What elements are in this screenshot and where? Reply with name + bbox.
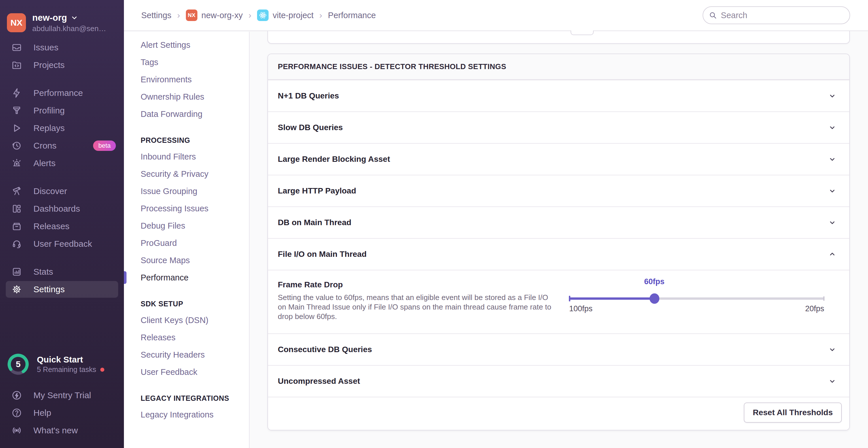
play-icon bbox=[11, 123, 22, 133]
accordion-row-uncompressed-asset[interactable]: Uncompressed Asset bbox=[268, 365, 849, 397]
breadcrumb-page: Performance bbox=[328, 11, 376, 20]
sidebar-item-settings[interactable]: Settings bbox=[0, 280, 124, 298]
slider-end-cap bbox=[823, 296, 825, 301]
org-badge: NX bbox=[186, 9, 197, 21]
settings-nav-item[interactable]: Client Keys (DSN) bbox=[124, 312, 249, 329]
settings-nav-item[interactable]: User Feedback bbox=[124, 364, 249, 381]
org-email: abdullah.khan@sen… bbox=[32, 24, 106, 33]
accordion-row-large-render-blocking-asset[interactable]: Large Render Blocking Asset bbox=[268, 143, 849, 175]
settings-nav-item[interactable]: Issue Grouping bbox=[124, 182, 249, 200]
chevron-down-icon bbox=[828, 186, 837, 195]
settings-nav-item[interactable]: Processing Issues bbox=[124, 200, 249, 217]
org-switcher[interactable]: NX new-org abdullah.khan@sen… bbox=[0, 0, 124, 37]
search-input[interactable] bbox=[721, 11, 844, 20]
sidebar-item-label: Profiling bbox=[33, 106, 65, 115]
sidebar-item-settings-pill: Settings bbox=[6, 281, 118, 298]
main-content: PERFORMANCE ISSUES - DETECTOR THRESHOLD … bbox=[250, 32, 868, 448]
profiling-icon bbox=[11, 105, 22, 116]
settings-nav-item[interactable]: Data Forwarding bbox=[124, 105, 249, 123]
chevron-down-icon bbox=[828, 218, 837, 227]
row-label: Uncompressed Asset bbox=[278, 377, 360, 386]
slider-value-label: 60fps bbox=[644, 277, 664, 286]
settings-nav-item[interactable]: Environments bbox=[124, 71, 249, 88]
sidebar-item-label: What's new bbox=[33, 425, 78, 435]
settings-nav: Alert Settings Tags Environments Ownersh… bbox=[124, 32, 250, 448]
lightning-circle-icon bbox=[11, 390, 22, 401]
settings-nav-item[interactable]: Alert Settings bbox=[124, 36, 249, 54]
chevron-down-icon bbox=[828, 92, 837, 100]
sidebar-item-dashboards[interactable]: Dashboards bbox=[0, 200, 124, 217]
sidebar-item-whats-new[interactable]: What's new bbox=[0, 421, 124, 439]
slider-fill bbox=[569, 298, 654, 300]
broadcast-icon bbox=[11, 425, 22, 436]
settings-nav-item[interactable]: Inbound Filters bbox=[124, 148, 249, 165]
gear-icon bbox=[11, 284, 22, 295]
settings-nav-item[interactable]: ProGuard bbox=[124, 234, 249, 252]
search-box[interactable] bbox=[703, 6, 850, 24]
sidebar-item-trial[interactable]: My Sentry Trial bbox=[0, 386, 124, 404]
chevron-down-icon bbox=[828, 155, 837, 164]
lightning-icon bbox=[11, 88, 22, 98]
sidebar-item-user-feedback[interactable]: User Feedback bbox=[0, 235, 124, 252]
slider-track[interactable] bbox=[569, 298, 824, 300]
sidebar-item-issues[interactable]: Issues bbox=[0, 39, 124, 56]
settings-nav-heading: SDK SETUP bbox=[124, 296, 249, 312]
archive-icon bbox=[11, 221, 22, 232]
settings-nav-item[interactable]: Legacy Integrations bbox=[124, 406, 249, 423]
sidebar-item-crons[interactable]: Crons beta bbox=[0, 137, 124, 154]
row-label: Large HTTP Payload bbox=[278, 186, 356, 196]
sidebar-item-alerts[interactable]: Alerts bbox=[0, 154, 124, 172]
collapse-tab[interactable] bbox=[570, 31, 594, 35]
headset-icon bbox=[11, 239, 22, 249]
frame-rate-drop-description: Setting the value to 60fps, means that a… bbox=[278, 293, 552, 321]
frame-rate-slider: 60fps 100fps 20fps bbox=[569, 270, 824, 334]
active-indicator-bar bbox=[124, 271, 126, 284]
accordion-row-db-on-main-thread[interactable]: DB on Main Thread bbox=[268, 206, 849, 238]
sidebar-item-projects[interactable]: Projects bbox=[0, 56, 124, 74]
sidebar-item-releases[interactable]: Releases bbox=[0, 217, 124, 235]
alert-dot bbox=[100, 368, 104, 372]
breadcrumb-settings[interactable]: Settings bbox=[141, 11, 172, 20]
stats-icon bbox=[11, 267, 22, 277]
settings-nav-item[interactable]: Tags bbox=[124, 54, 249, 71]
sidebar-item-performance[interactable]: Performance bbox=[0, 84, 124, 102]
settings-nav-item[interactable]: Source Maps bbox=[124, 252, 249, 269]
sidebar-item-discover[interactable]: Discover bbox=[0, 182, 124, 200]
previous-panel-cutoff bbox=[268, 31, 850, 44]
settings-nav-item[interactable]: Debug Files bbox=[124, 217, 249, 234]
settings-nav-item[interactable]: Releases bbox=[124, 329, 249, 346]
settings-nav-item-performance[interactable]: Performance bbox=[124, 269, 249, 286]
settings-nav-item[interactable]: Security & Privacy bbox=[124, 165, 249, 182]
row-label: Large Render Blocking Asset bbox=[278, 154, 390, 164]
row-label: File I/O on Main Thread bbox=[278, 250, 367, 259]
breadcrumb-org[interactable]: NX new-org-xy bbox=[186, 9, 243, 21]
settings-nav-item[interactable]: Security Headers bbox=[124, 346, 249, 364]
breadcrumb-org-label: new-org-xy bbox=[202, 11, 243, 20]
breadcrumb-project[interactable]: vite-project bbox=[257, 9, 314, 21]
sidebar-item-help[interactable]: Help bbox=[0, 404, 124, 421]
quick-start-title: Quick Start bbox=[37, 355, 104, 365]
slider-max-label: 20fps bbox=[805, 304, 824, 313]
sidebar-item-replays[interactable]: Replays bbox=[0, 119, 124, 137]
sidebar-item-profiling[interactable]: Profiling bbox=[0, 102, 124, 119]
slider-thumb[interactable] bbox=[650, 294, 659, 304]
row-label: Consecutive DB Queries bbox=[278, 345, 372, 354]
sidebar-item-label: Discover bbox=[33, 186, 67, 196]
accordion-row-large-http-payload[interactable]: Large HTTP Payload bbox=[268, 175, 849, 206]
settings-nav-item[interactable]: Ownership Rules bbox=[124, 88, 249, 105]
chevron-down-icon bbox=[828, 345, 837, 354]
accordion-row-slow-db-queries[interactable]: Slow DB Queries bbox=[268, 111, 849, 143]
react-project-icon bbox=[257, 9, 269, 21]
slider-min-label: 100fps bbox=[569, 304, 592, 313]
accordion-row-file-io-on-main-thread[interactable]: File I/O on Main Thread bbox=[268, 238, 849, 270]
sidebar-group-explore: Discover Dashboards Releases User Feedba… bbox=[0, 182, 124, 252]
chevron-down-icon bbox=[828, 377, 837, 385]
accordion-row-n1-db-queries[interactable]: N+1 DB Queries bbox=[268, 80, 849, 111]
quick-start[interactable]: 5 Quick Start 5 Remaining tasks bbox=[7, 353, 104, 375]
accordion-row-consecutive-db-queries[interactable]: Consecutive DB Queries bbox=[268, 334, 849, 365]
sidebar-item-stats[interactable]: Stats bbox=[0, 263, 124, 280]
row-label: DB on Main Thread bbox=[278, 218, 351, 227]
quick-start-progress-ring: 5 bbox=[7, 353, 29, 375]
reset-all-thresholds-button[interactable]: Reset All Thresholds bbox=[744, 403, 842, 423]
breadcrumb-separator: › bbox=[319, 10, 322, 20]
